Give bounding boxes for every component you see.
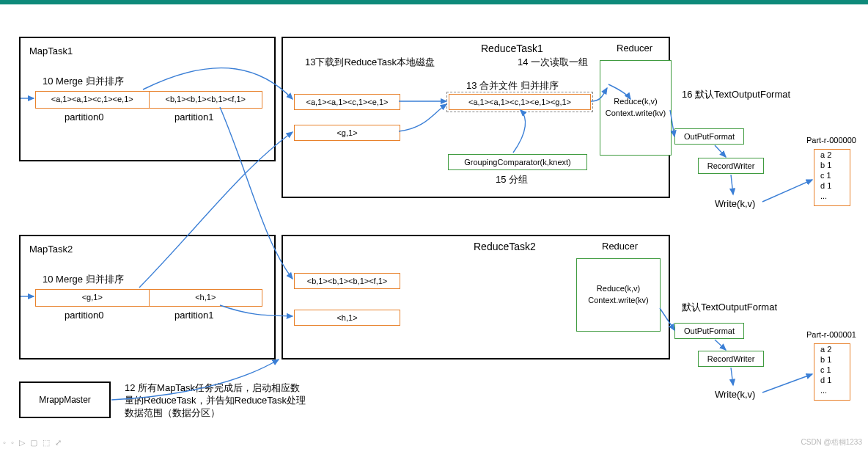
svg-line-3 [715,145,726,157]
maptask2-p1: <h,1> [150,290,262,306]
svg-line-7 [715,340,726,350]
maptask1-p1-label: partition1 [174,112,213,123]
recordwriter1: RecordWriter [698,158,764,174]
reducer2-line1: Reduce(k,v) [576,284,661,293]
reducetask2-container: ReduceTask2 <b,1><b,1><b,1><f,1> <h,1> R… [282,235,670,359]
reducer1-title: Reducer [617,43,652,54]
partfile2: a 2 b 1 c 1 d 1 ... [814,343,850,401]
mrappmaster-title: MrappMaster [39,395,91,405]
reducer2-title: Reducer [602,241,638,252]
partfile1: a 2 b 1 c 1 d 1 ... [814,149,850,206]
top-bar [0,0,868,4]
svg-line-4 [731,175,733,194]
output-default-2: 默认TextOutputFormat [682,301,777,314]
reducetask2-file1: <b,1><b,1><b,1><f,1> [294,273,400,289]
grouping-comparator: GroupingComparator(k,knext) [448,154,587,170]
partfile1-name: Part-r-000000 [806,136,856,145]
reducetask1-container: ReduceTask1 13下载到ReduceTask本地磁盘 14 一次读取一… [282,37,670,198]
maptask1-title: MapTask1 [29,45,73,56]
outputformat2: OutPutFormat [674,323,744,339]
maptask2-merge-label: 10 Merge 归并排序 [43,273,124,286]
reducetask1-readgroup-label: 14 一次读取一组 [518,56,588,69]
footer-icons: ◦ ◦ ▷ ▢ ⬚ ⤢ [3,438,63,448]
maptask1-partitions: <a,1><a,1><c,1><e,1> <b,1><b,1><b,1><f,1… [35,91,262,109]
reducetask1-merge-label: 13 合并文件 归并排序 [466,79,559,92]
maptask1-container: MapTask1 10 Merge 归并排序 <a,1><a,1><c,1><e… [19,37,276,161]
partfile2-l1: b 1 [814,354,850,365]
writekv1: Write(k,v) [715,198,755,209]
partfile1-l0: a 2 [814,150,850,160]
mrappmaster-box: MrappMaster [19,382,111,418]
maptask2-p1-label: partition1 [174,310,213,321]
svg-line-9 [762,374,812,393]
mrappmaster-note: 12 所有MapTask任务完成后，启动相应数量的ReduceTask，并告知R… [125,382,308,419]
svg-line-8 [731,368,733,385]
maptask1-p1: <b,1><b,1><b,1><f,1> [150,92,262,108]
svg-line-5 [762,180,812,202]
partfile1-l3: d 1 [814,180,850,191]
reducer2-line2: Context.write(kv) [576,296,661,304]
partfile2-l2: c 1 [814,365,850,375]
partfile1-l4: ... [814,191,850,201]
reducetask1-merged: <a,1><a,1><c,1><e,1><g,1> [449,94,591,110]
maptask1-merge-label: 10 Merge 归并排序 [43,75,124,88]
reducetask2-file2: <h,1> [294,310,400,326]
reducer1-box [600,60,672,156]
output-default-1: 16 默认TextOutputFormat [682,88,790,101]
reducer2-box [576,258,661,332]
maptask1-p0: <a,1><a,1><c,1><e,1> [36,92,150,108]
partfile1-l2: c 1 [814,170,850,180]
reducetask1-title: ReduceTask1 [481,43,543,54]
reducetask2-title: ReduceTask2 [474,241,536,252]
maptask2-title: MapTask2 [29,244,73,255]
reducer1-line1: Reduce(k,v) [600,97,672,106]
writekv2: Write(k,v) [715,389,755,400]
partfile2-l3: d 1 [814,375,850,385]
reducetask1-file1: <a,1><a,1><c,1><e,1> [294,94,400,110]
maptask2-partitions: <g,1> <h,1> [35,289,262,307]
outputformat1: OutPutFormat [674,128,744,145]
partfile2-name: Part-r-000001 [806,330,856,339]
partfile2-l0: a 2 [814,344,850,354]
reducer1-line2: Context.write(kv) [600,109,672,117]
reducetask1-file2: <g,1> [294,125,400,141]
maptask2-p0: <g,1> [36,290,150,306]
watermark: CSDN @梧桐1233 [801,437,862,448]
partfile2-l4: ... [814,385,850,395]
maptask2-container: MapTask2 10 Merge 归并排序 <g,1> <h,1> parti… [19,235,276,359]
partfile1-l1: b 1 [814,160,850,170]
recordwriter2: RecordWriter [698,351,764,367]
reducetask1-download-label: 13下载到ReduceTask本地磁盘 [305,56,435,69]
reducetask1-group-label: 15 分组 [496,173,528,186]
maptask1-p0-label: partition0 [65,112,103,123]
maptask2-p0-label: partition0 [65,310,103,321]
